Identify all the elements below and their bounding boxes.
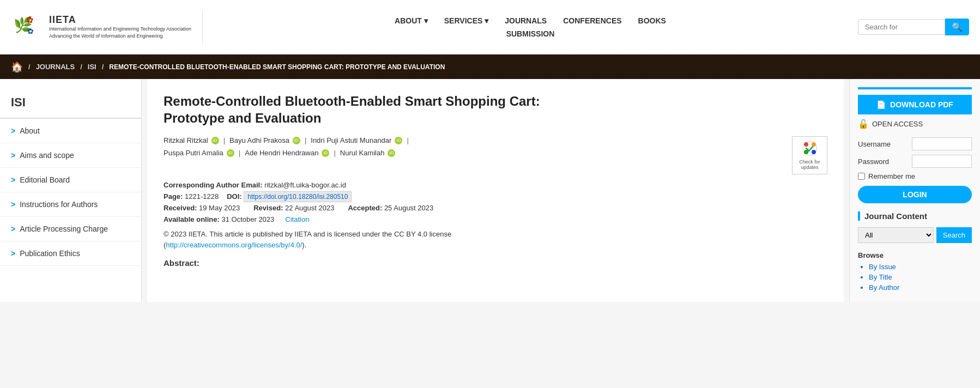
nav-bottom: SUBMISSION xyxy=(506,29,555,38)
breadcrumb-sep-3: / xyxy=(102,63,104,71)
browse-by-issue[interactable]: By Issue xyxy=(869,263,972,271)
login-button[interactable]: LOGIN xyxy=(858,186,972,203)
svg-point-4 xyxy=(804,142,808,147)
sep-4: | xyxy=(239,149,240,157)
doi-value[interactable]: https://doi.org/10.18280/isi.280510 xyxy=(244,191,352,202)
right-panel-top: 📄 DOWNLOAD PDF 🔓 OPEN ACCESS xyxy=(858,87,972,129)
check-badge[interactable]: Check for updates xyxy=(792,136,827,174)
sidebar-item-instructions[interactable]: > Instructions for Authors xyxy=(0,192,141,217)
orcid-1[interactable]: iD xyxy=(211,137,219,144)
remember-me-row: Remember me xyxy=(858,172,972,180)
breadcrumb-isi[interactable]: ISI xyxy=(88,63,96,71)
author-6: Nurul Kamilah xyxy=(340,149,385,157)
sidebar-label-aims: Aims and scope xyxy=(20,151,74,160)
citation-link[interactable]: Citation xyxy=(285,215,309,223)
password-label: Password xyxy=(858,157,889,166)
license-text: © 2023 IIETA. This article is published … xyxy=(164,229,827,250)
browse-by-title[interactable]: By Title xyxy=(869,273,972,281)
orcid-2[interactable]: iD xyxy=(293,137,300,144)
available-row: Available online: 31 October 2023 Citati… xyxy=(164,215,827,223)
logo-tagline: Advancing the World of Information and E… xyxy=(49,33,191,40)
orcid-6[interactable]: iD xyxy=(388,149,395,157)
check-badge-line2: updates xyxy=(796,165,824,171)
username-field: Username xyxy=(858,137,972,150)
password-input[interactable] xyxy=(912,155,972,168)
nav-journals[interactable]: JOURNALS xyxy=(505,16,547,25)
sidebar-label-instructions: Instructions for Authors xyxy=(20,200,98,209)
header: 🌿 ✿ ✿ IIETA International Information an… xyxy=(0,0,980,54)
sidebar-title: ISI xyxy=(0,90,141,119)
available-value: 31 October 2023 xyxy=(221,215,274,223)
remember-me-label: Remember me xyxy=(868,172,915,180)
nav-conferences[interactable]: CONFERENCES xyxy=(563,16,621,25)
arrow-icon-aims: > xyxy=(11,151,15,160)
journal-search-button[interactable]: Search xyxy=(936,227,972,243)
search-input[interactable] xyxy=(858,19,945,35)
logo-org-name: International Information and Engineerin… xyxy=(49,26,191,33)
svg-point-7 xyxy=(812,150,816,154)
abstract-heading: Abstract: xyxy=(164,258,827,268)
meta-page-doi: Page: 1221-1228 DOI: https://doi.org/10.… xyxy=(164,192,827,201)
orcid-4[interactable]: iD xyxy=(227,149,234,157)
revised-label: Revised: xyxy=(253,204,283,212)
received-label: Received: xyxy=(164,204,197,212)
download-pdf-button[interactable]: 📄 DOWNLOAD PDF xyxy=(858,95,972,114)
nav-about[interactable]: ABOUT ▾ xyxy=(395,16,428,25)
author-3: Indri Puji Astuti Munandar xyxy=(311,136,391,144)
username-label: Username xyxy=(858,140,891,148)
svg-point-5 xyxy=(812,142,816,147)
license-url[interactable]: http://creativecommons.org/licenses/by/4… xyxy=(166,241,302,249)
orcid-5[interactable]: iD xyxy=(322,149,329,157)
license-text-main: © 2023 IIETA. This article is published … xyxy=(164,230,451,238)
download-icon: 📄 xyxy=(876,100,886,109)
main-layout: ISI > About > Aims and scope > Editorial… xyxy=(0,79,980,302)
browse-list: By Issue By Title By Author xyxy=(858,263,972,292)
open-access: 🔓 OPEN ACCESS xyxy=(858,119,972,129)
meta-corresponding: Corresponding Author Email: ritzkal@ft.u… xyxy=(164,181,827,189)
search-button[interactable]: 🔍 xyxy=(945,19,969,35)
sidebar-label-apc: Article Processing Charge xyxy=(20,225,108,233)
arrow-icon-ethics: > xyxy=(11,249,15,258)
sidebar-label-editorial: Editorial Board xyxy=(20,175,70,184)
browse-by-author[interactable]: By Author xyxy=(869,283,972,292)
svg-text:✿: ✿ xyxy=(27,27,34,35)
breadcrumb-current: REMOTE-CONTROLLED BLUETOOTH-ENABLED SMAR… xyxy=(109,63,445,71)
breadcrumb-journals[interactable]: JOURNALS xyxy=(36,63,75,71)
home-icon[interactable]: 🏠 xyxy=(11,61,23,73)
nav-submission[interactable]: SUBMISSION xyxy=(506,29,555,38)
sidebar-item-aims[interactable]: > Aims and scope xyxy=(0,143,141,168)
sidebar-item-about[interactable]: > About xyxy=(0,119,141,143)
remember-me-checkbox[interactable] xyxy=(858,173,865,180)
authors-line-1: Ritzkal Ritzkal iD | Bayu Adhi Prakosa i… xyxy=(164,136,792,144)
sidebar-item-ethics[interactable]: > Publication Ethics xyxy=(0,241,141,266)
journal-search-select[interactable]: All xyxy=(858,227,934,243)
breadcrumb-sep-1: / xyxy=(28,63,31,71)
nav-services[interactable]: SERVICES ▾ xyxy=(444,16,488,25)
sidebar-item-editorial[interactable]: > Editorial Board xyxy=(0,168,141,192)
corresponding-label: Corresponding Author Email: xyxy=(164,181,263,189)
username-input[interactable] xyxy=(912,137,972,150)
journal-content-section: Journal Content All Search Browse By Iss… xyxy=(858,211,972,292)
dates-row: Received: 19 May 2023 Revised: 22 August… xyxy=(164,204,827,212)
browse-section: Browse By Issue By Title By Author xyxy=(858,251,972,292)
nav-top: ABOUT ▾ SERVICES ▾ JOURNALS CONFERENCES … xyxy=(395,16,666,25)
accepted-value: 25 August 2023 xyxy=(384,204,433,212)
authors-and-badge: Ritzkal Ritzkal iD | Bayu Adhi Prakosa i… xyxy=(164,136,827,174)
sidebar-label-about: About xyxy=(20,126,40,135)
check-badge-line1: Check for xyxy=(796,159,824,165)
check-badge-icon xyxy=(796,140,824,159)
arrow-icon-apc: > xyxy=(11,225,15,233)
sidebar: ISI > About > Aims and scope > Editorial… xyxy=(0,79,142,302)
doi-label: DOI: xyxy=(227,192,241,201)
logo-abbr: IIETA xyxy=(49,14,191,26)
lock-icon: 🔓 xyxy=(858,119,869,129)
login-form: Username Password Remember me LOGIN xyxy=(858,137,972,203)
breadcrumb: 🏠 / JOURNALS / ISI / REMOTE-CONTROLLED B… xyxy=(0,54,980,79)
article-title: Remote-Controlled Bluetooth-Enabled Smar… xyxy=(164,93,556,126)
nav-books[interactable]: BOOKS xyxy=(638,16,666,25)
orcid-3[interactable]: iD xyxy=(395,137,402,144)
journal-content-title: Journal Content xyxy=(858,211,972,221)
sep-2: | xyxy=(305,136,306,144)
authors-block: Ritzkal Ritzkal iD | Bayu Adhi Prakosa i… xyxy=(164,136,792,161)
sidebar-item-apc[interactable]: > Article Processing Charge xyxy=(0,217,141,241)
